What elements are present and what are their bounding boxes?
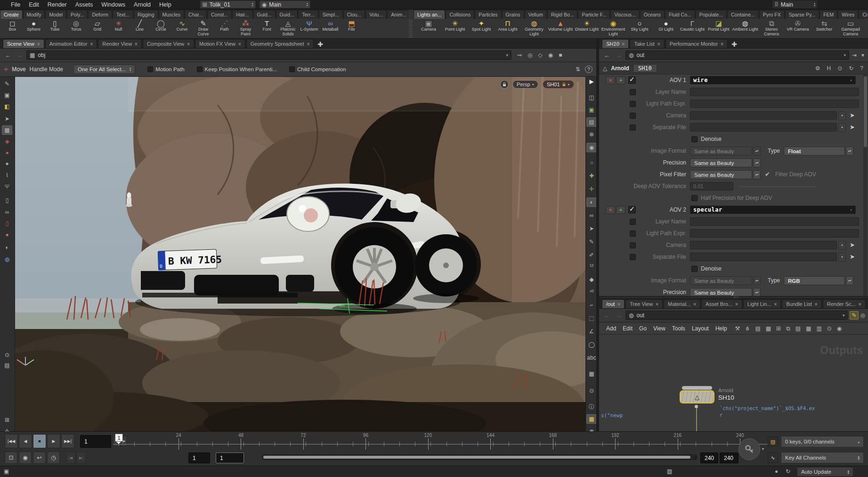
back-button[interactable]: ← bbox=[602, 51, 612, 59]
pin-tab-icon[interactable]: ⇥ bbox=[851, 52, 858, 58]
spinner-icon[interactable]: ▴▾ bbox=[252, 2, 253, 7]
tool-curve[interactable]: ∿ Curve bbox=[171, 19, 193, 39]
geometry-display-icon[interactable]: ◇ bbox=[537, 52, 544, 58]
gridview-icon[interactable]: ▦ bbox=[765, 325, 772, 332]
ball-icon[interactable]: ● bbox=[2, 230, 12, 239]
mode-label[interactable]: Move bbox=[12, 66, 25, 73]
back-button[interactable]: ← bbox=[602, 312, 612, 320]
file-pick-icon[interactable]: ➤ bbox=[850, 253, 855, 260]
search-icon[interactable]: ⊙ bbox=[836, 65, 843, 72]
help-icon[interactable]: ? bbox=[859, 65, 864, 72]
shelf-tab[interactable]: Containe... bbox=[727, 10, 759, 19]
close-tab-icon[interactable]: × bbox=[37, 41, 40, 47]
houdini-help-icon[interactable]: H bbox=[826, 65, 832, 72]
digits-42-icon[interactable]: ⁴² bbox=[586, 287, 597, 296]
close-tab-icon[interactable]: × bbox=[90, 41, 93, 47]
viewport-canvas[interactable]: D B KW 7165 bbox=[15, 77, 585, 431]
image-icon[interactable]: ▦ bbox=[805, 325, 812, 332]
close-tab-icon[interactable]: × bbox=[238, 41, 241, 47]
node-pick-icon[interactable]: ➤ bbox=[850, 241, 855, 248]
viewport-lock-icon[interactable] bbox=[500, 80, 509, 89]
tool-font[interactable]: T Font bbox=[256, 19, 277, 39]
panel-menu-icon[interactable]: ▾ bbox=[860, 52, 865, 58]
camera-field[interactable] bbox=[690, 111, 837, 120]
close-tab-icon[interactable]: × bbox=[657, 41, 660, 47]
circle-select-icon[interactable]: ◯ bbox=[586, 340, 597, 349]
type-dropdown[interactable]: RGB bbox=[784, 276, 845, 285]
node-name-label[interactable]: SH10 bbox=[718, 394, 734, 401]
reload-icon[interactable]: ↻ bbox=[848, 65, 854, 72]
menu-item[interactable]: Render bbox=[43, 0, 71, 9]
path-dropdown-icon[interactable]: ▾ bbox=[843, 313, 845, 318]
playhead[interactable]: 1 bbox=[115, 434, 123, 442]
shelf-tab[interactable]: Oceans bbox=[640, 10, 665, 19]
add-spot-light-icon[interactable]: ✚ bbox=[586, 171, 597, 181]
dropdown-icon[interactable]: ▾ bbox=[850, 208, 852, 212]
separate-file-field[interactable] bbox=[690, 123, 837, 132]
transform-box-icon[interactable]: ⬚ bbox=[586, 313, 597, 323]
close-tab-icon[interactable]: × bbox=[187, 41, 190, 47]
tool-l-system[interactable]: Ψ L-System bbox=[299, 19, 320, 39]
tool-environment-light[interactable]: ◉ Environment Light bbox=[600, 19, 626, 39]
shelf-tab[interactable]: Guid... bbox=[253, 10, 276, 19]
tool-gi-light[interactable]: ● GI Light bbox=[653, 19, 679, 39]
go-start-button[interactable]: |◀◀ bbox=[5, 434, 18, 448]
menu-item[interactable]: Go bbox=[636, 324, 650, 333]
shelf-tab[interactable]: Fluid Co... bbox=[665, 10, 695, 19]
shelf-tab[interactable]: Vellum bbox=[525, 10, 547, 19]
select-arrow-icon[interactable]: ➤ bbox=[2, 114, 12, 123]
back-button[interactable]: ← bbox=[3, 51, 13, 59]
precision-dropdown[interactable]: Same as Beauty bbox=[690, 158, 752, 167]
close-tab-icon[interactable]: × bbox=[622, 41, 625, 47]
tool-grid[interactable]: ▱ Grid bbox=[87, 19, 108, 39]
note-icon[interactable]: ▤ bbox=[795, 325, 802, 332]
add-point-light-icon[interactable]: ✛ bbox=[586, 184, 597, 194]
tool-metaball[interactable]: ∞ Metaball bbox=[320, 19, 341, 39]
audio-icon[interactable]: ◉ bbox=[19, 452, 32, 464]
light-path-field[interactable] bbox=[690, 99, 859, 108]
shelf-tab[interactable]: Char... bbox=[185, 10, 207, 19]
thumbnails-icon[interactable]: ⊞ bbox=[775, 325, 782, 332]
tool-point-light[interactable]: ✳ Point Light bbox=[442, 19, 468, 39]
play-backward-button[interactable]: ◀ bbox=[19, 434, 32, 448]
deep-tolerance-field[interactable]: 0.01 bbox=[690, 182, 733, 190]
shelf-tab[interactable]: Poly... bbox=[67, 10, 88, 19]
color-editor-icon[interactable]: ✎ bbox=[850, 311, 858, 320]
separate-file-field[interactable] bbox=[690, 253, 837, 261]
range-start-field[interactable]: 1 bbox=[188, 452, 210, 463]
checkbox[interactable] bbox=[197, 66, 203, 72]
tree-tool-icon[interactable]: Ψ bbox=[2, 182, 12, 191]
refresh-icon[interactable]: ↻ bbox=[786, 468, 790, 475]
network-editor-canvas[interactable]: Outputs △ Arnold SH10 `chs("project_name… bbox=[599, 335, 868, 431]
close-tab-icon[interactable]: × bbox=[735, 302, 738, 307]
brush-icon[interactable]: ✎ bbox=[586, 237, 597, 247]
aov-name-field[interactable]: wire▾ bbox=[690, 76, 856, 84]
image-plane-icon[interactable]: ▦ bbox=[586, 369, 597, 378]
tool-gamepad-camera[interactable]: ▭ Gamepad Camera bbox=[837, 19, 864, 39]
tool-file[interactable]: ⬒ File bbox=[341, 19, 362, 39]
set-key-button[interactable] bbox=[738, 438, 760, 460]
tool-spot-light[interactable]: ✦ Spot Light bbox=[468, 19, 495, 39]
tool-draw-curve[interactable]: ✎ Draw Curve bbox=[193, 19, 214, 39]
render-flag-icon[interactable]: ▣ bbox=[586, 105, 597, 115]
tool-switcher[interactable]: ⇆ Switcher bbox=[811, 19, 837, 39]
denoise-checkbox[interactable] bbox=[691, 136, 698, 142]
wrench-icon[interactable]: ⚒ bbox=[734, 325, 741, 332]
shelf-tab[interactable]: Collisions bbox=[446, 10, 474, 19]
tool-circle[interactable]: ◯ Circle bbox=[150, 19, 171, 39]
shading-mode-icon[interactable]: ◉ bbox=[547, 52, 554, 58]
type-dropdown[interactable]: Float bbox=[784, 147, 845, 156]
checkbox[interactable] bbox=[289, 66, 295, 72]
scroll-up-icon[interactable]: ▶ bbox=[586, 77, 597, 86]
rop-node[interactable]: △ bbox=[680, 390, 714, 403]
range-end-handle[interactable]: ◀ bbox=[693, 455, 696, 460]
path-field[interactable]: ▦ obj ▾ bbox=[26, 50, 511, 60]
close-tab-icon[interactable]: × bbox=[693, 302, 696, 307]
playback-start-field[interactable]: 1 bbox=[216, 452, 244, 463]
close-tab-icon[interactable]: × bbox=[859, 302, 861, 307]
pane-tab[interactable]: Asset Bro... × bbox=[701, 299, 742, 308]
dropdown-icon[interactable]: ▾ bbox=[850, 78, 852, 82]
shelf-tab[interactable]: Crowds bbox=[859, 10, 868, 19]
deep-tolerance-slider[interactable] bbox=[738, 186, 816, 187]
info-icon[interactable]: ⓘ bbox=[586, 402, 597, 411]
